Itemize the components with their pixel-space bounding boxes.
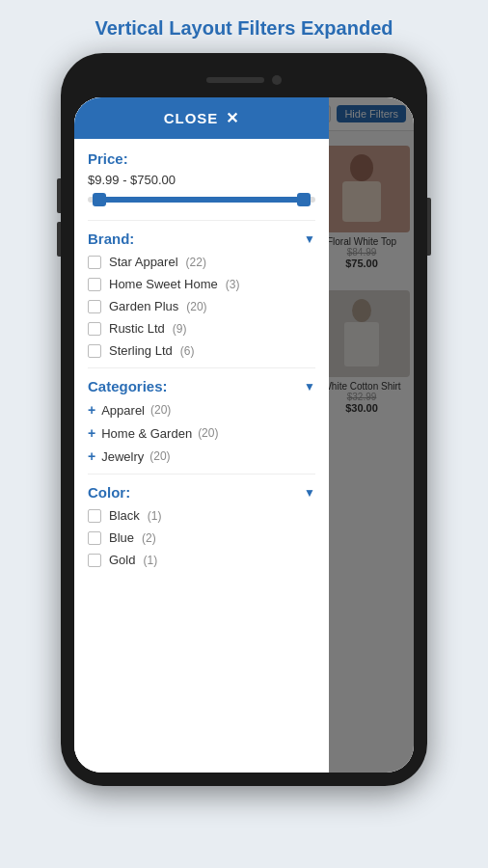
price-slider-thumb-right[interactable]: [297, 193, 311, 206]
phone-notch: [74, 67, 414, 94]
price-label: Price:: [88, 150, 128, 167]
brand-list: Star Apparel (22) Home Sweet Home (3) Ga…: [88, 255, 315, 358]
brand-count-0: (22): [186, 256, 206, 269]
brand-item-1[interactable]: Home Sweet Home (3): [88, 277, 315, 291]
category-item-1[interactable]: + Home & Garden (20): [88, 425, 315, 441]
phone-btn-volume-down: [57, 222, 61, 257]
price-slider-fill: [96, 197, 306, 203]
divider-3: [88, 474, 315, 475]
brand-chevron-icon[interactable]: ▼: [304, 232, 315, 246]
phone-frame: Items per page: 24 Sort: Relevancy Hide …: [61, 53, 427, 786]
color-item-1[interactable]: Blue (2): [88, 530, 315, 545]
brand-section: Brand: ▼ Star Apparel (22) Home S: [88, 231, 315, 358]
brand-count-3: (9): [173, 322, 187, 336]
category-name-0: Apparel: [101, 403, 145, 418]
brand-item-0[interactable]: Star Apparel (22): [88, 255, 315, 269]
brand-checkbox-1[interactable]: [88, 278, 101, 291]
category-item-2[interactable]: + Jewelry (20): [88, 448, 315, 464]
color-item-0[interactable]: Black (1): [88, 508, 315, 523]
phone-btn-volume-up: [57, 178, 61, 213]
brand-name-1: Home Sweet Home: [109, 277, 218, 291]
divider-1: [88, 220, 315, 221]
screen-content: Items per page: 24 Sort: Relevancy Hide …: [74, 97, 414, 773]
filter-header: CLOSE ✕: [74, 97, 329, 139]
price-section-title: Price:: [88, 150, 315, 167]
color-list: Black (1) Blue (2) Gold (1: [88, 508, 315, 567]
price-slider-thumb-left[interactable]: [93, 193, 106, 206]
color-checkbox-0[interactable]: [88, 509, 101, 523]
brand-checkbox-2[interactable]: [88, 300, 101, 313]
color-checkbox-2[interactable]: [88, 554, 101, 567]
brand-name-2: Garden Plus: [109, 299, 178, 313]
category-expand-icon-0[interactable]: +: [88, 402, 95, 418]
categories-section: Categories: ▼ + Apparel (20) + Home: [88, 378, 315, 464]
color-section-title: Color: ▼: [88, 484, 315, 501]
brand-checkbox-0[interactable]: [88, 256, 101, 269]
brand-checkbox-4[interactable]: [88, 344, 101, 358]
phone-screen: Items per page: 24 Sort: Relevancy Hide …: [74, 97, 414, 773]
phone-speaker: [206, 77, 264, 83]
price-section: Price: $9.99 - $750.00: [88, 150, 315, 203]
brand-item-3[interactable]: Rustic Ltd (9): [88, 321, 315, 336]
category-name-1: Home & Garden: [101, 426, 192, 441]
brand-count-1: (3): [226, 278, 240, 291]
divider-2: [88, 367, 315, 368]
phone-btn-power: [427, 198, 431, 256]
color-section: Color: ▼ Black (1) Blue: [88, 484, 315, 567]
color-item-2[interactable]: Gold (1): [88, 553, 315, 567]
brand-count-2: (20): [186, 300, 206, 313]
brand-name-3: Rustic Ltd: [109, 321, 165, 336]
color-chevron-icon[interactable]: ▼: [304, 486, 315, 500]
brand-checkbox-3[interactable]: [88, 322, 101, 336]
categories-list: + Apparel (20) + Home & Garden (20) +: [88, 402, 315, 464]
category-count-0: (20): [150, 403, 171, 417]
close-label: CLOSE: [164, 110, 219, 126]
page-title: Vertical Layout Filters Expanded: [0, 0, 488, 53]
color-count-1: (2): [142, 531, 156, 545]
dark-overlay: [329, 97, 414, 773]
close-icon[interactable]: ✕: [226, 109, 239, 127]
brand-section-title: Brand: ▼: [88, 231, 315, 247]
categories-label: Categories:: [88, 378, 168, 394]
filter-body: Price: $9.99 - $750.00 Brand:: [74, 139, 329, 773]
brand-label: Brand:: [88, 231, 134, 247]
categories-section-title: Categories: ▼: [88, 378, 315, 394]
category-name-2: Jewelry: [101, 449, 144, 464]
color-name-1: Blue: [109, 530, 134, 545]
filter-panel: CLOSE ✕ Price: $9.99 - $750.00: [74, 97, 329, 773]
category-count-2: (20): [149, 449, 170, 463]
brand-item-4[interactable]: Sterling Ltd (6): [88, 343, 315, 358]
color-name-2: Gold: [109, 553, 135, 567]
color-count-0: (1): [148, 509, 162, 523]
color-count-2: (1): [143, 554, 157, 567]
price-slider-track[interactable]: [88, 197, 315, 203]
category-expand-icon-2[interactable]: +: [88, 448, 95, 464]
category-expand-icon-1[interactable]: +: [88, 425, 95, 441]
category-item-0[interactable]: + Apparel (20): [88, 402, 315, 418]
price-range: $9.99 - $750.00: [88, 173, 315, 187]
brand-name-4: Sterling Ltd: [109, 343, 173, 358]
categories-chevron-icon[interactable]: ▼: [304, 380, 315, 393]
brand-item-2[interactable]: Garden Plus (20): [88, 299, 315, 313]
phone-camera: [272, 75, 282, 85]
brand-name-0: Star Apparel: [109, 255, 178, 269]
color-name-0: Black: [109, 508, 140, 523]
color-label: Color:: [88, 484, 130, 501]
color-checkbox-1[interactable]: [88, 531, 101, 545]
brand-count-4: (6): [180, 344, 195, 358]
category-count-1: (20): [198, 426, 218, 440]
